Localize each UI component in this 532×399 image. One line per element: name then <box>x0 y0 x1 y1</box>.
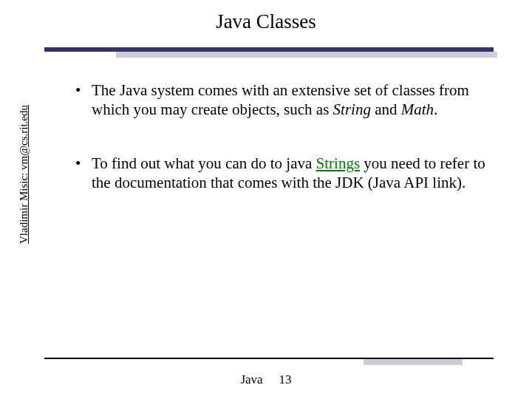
bullet-2: • To find out what you can do to java St… <box>75 154 489 192</box>
bullet-1-text: The Java system comes with an extensive … <box>92 81 489 119</box>
footer: Java13 <box>0 372 532 387</box>
footer-rule-shadow <box>364 359 463 365</box>
slide: Java Classes Vladimir Misic: vm@cs.rit.e… <box>0 0 532 399</box>
italic-math: Math <box>401 100 434 118</box>
bullet-marker: • <box>75 154 92 192</box>
italic-string: String <box>333 100 371 118</box>
author-sidebar: Vladimir Misic: vm@cs.rit.edu <box>18 105 30 244</box>
strings-link[interactable]: Strings <box>316 154 361 172</box>
text-run: To find out what you can do to java <box>92 154 316 172</box>
footer-label: Java <box>240 372 262 386</box>
bullet-2-text: To find out what you can do to java Stri… <box>92 154 489 192</box>
text-run: . <box>434 100 437 118</box>
text-run: and <box>371 100 401 118</box>
bullet-marker: • <box>75 81 92 119</box>
page-number: 13 <box>279 372 292 386</box>
slide-title: Java Classes <box>0 0 532 33</box>
content-area: • The Java system comes with an extensiv… <box>75 81 489 228</box>
bullet-1: • The Java system comes with an extensiv… <box>75 81 489 119</box>
title-rule-shadow <box>116 52 497 58</box>
